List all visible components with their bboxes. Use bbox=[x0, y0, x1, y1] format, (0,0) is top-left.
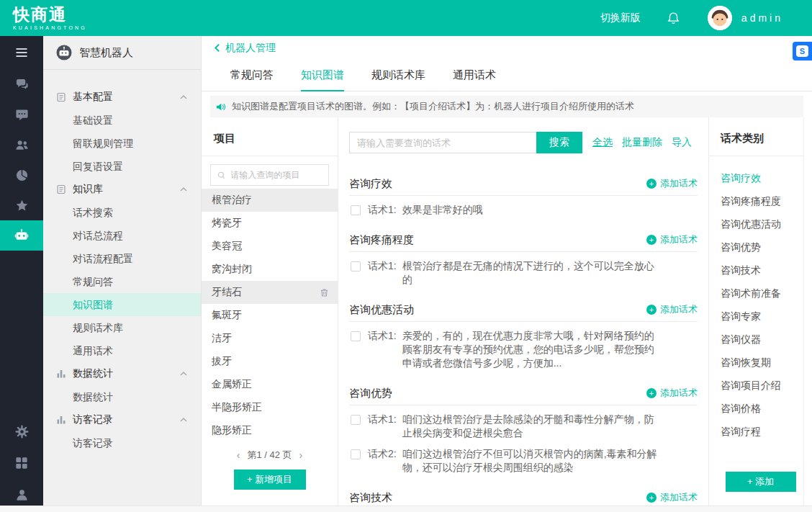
rail-favorites-button[interactable] bbox=[0, 190, 43, 220]
rail-conversations-button[interactable] bbox=[0, 69, 43, 99]
category-item[interactable]: 咨询专家 bbox=[709, 305, 812, 328]
category-item[interactable]: 咨询项目介绍 bbox=[709, 374, 812, 397]
import-link[interactable]: 导入 bbox=[672, 136, 692, 149]
add-script-link[interactable]: + 添加话术 bbox=[646, 303, 698, 316]
sidebar-item[interactable]: 访客记录 bbox=[43, 431, 201, 454]
trash-icon[interactable] bbox=[320, 288, 329, 297]
switch-version-link[interactable]: 切换新版 bbox=[600, 12, 641, 24]
project-item[interactable]: 根管治疗 bbox=[202, 189, 338, 212]
category-item[interactable]: 咨询术前准备 bbox=[709, 282, 812, 305]
breadcrumb[interactable]: 机器人管理 bbox=[202, 36, 812, 60]
script-checkbox[interactable] bbox=[351, 449, 361, 459]
sidebar-item[interactable]: 通用话术 bbox=[43, 339, 201, 362]
script-checkbox[interactable] bbox=[351, 205, 361, 215]
tab[interactable]: 规则话术库 bbox=[371, 60, 425, 91]
category-item[interactable]: 咨询优惠活动 bbox=[709, 212, 812, 235]
category-item[interactable]: 咨询疼痛程度 bbox=[709, 189, 812, 212]
tab[interactable]: 常规问答 bbox=[230, 60, 274, 91]
project-item[interactable]: 金属矫正 bbox=[202, 373, 338, 396]
add-script-label: 添加话术 bbox=[660, 491, 698, 504]
settings-icon bbox=[15, 425, 29, 439]
script-section: 咨询疼痛程度 + 添加话术 话术1: 根管治疗都是在无痛的情况下进行的，这个可以… bbox=[349, 233, 698, 287]
horizontal-scrollbar[interactable] bbox=[0, 506, 812, 512]
project-search-input[interactable] bbox=[230, 170, 322, 180]
page-next-icon[interactable]: › bbox=[299, 449, 303, 461]
sidebar-item[interactable]: 知识图谱 bbox=[43, 293, 201, 316]
category-item[interactable]: 咨询仪器 bbox=[709, 328, 812, 351]
batch-delete-link[interactable]: 批量删除 bbox=[622, 136, 662, 149]
script-checkbox[interactable] bbox=[351, 415, 361, 425]
content: 项目 根管治疗 烤瓷牙 美容冠 窝沟封闭 牙结石 氟斑牙 洁牙 拔牙 bbox=[202, 117, 812, 512]
sidebar-item[interactable]: 对话总流程 bbox=[43, 224, 201, 247]
avatar[interactable] bbox=[708, 6, 732, 30]
tab[interactable]: 通用话术 bbox=[453, 60, 496, 91]
project-item[interactable]: 洁牙 bbox=[202, 327, 338, 350]
project-item[interactable]: 牙结石 bbox=[202, 281, 338, 304]
project-item[interactable]: 拔牙 bbox=[202, 350, 338, 373]
project-item[interactable]: 半隐形矫正 bbox=[202, 396, 338, 419]
script-checkbox[interactable] bbox=[351, 331, 361, 341]
add-script-link[interactable]: + 添加话术 bbox=[646, 177, 698, 190]
bell-icon[interactable] bbox=[667, 12, 680, 25]
sidebar-group-label: 访客记录 bbox=[73, 413, 113, 426]
category-item[interactable]: 咨询价格 bbox=[709, 397, 812, 420]
sidebar-item[interactable]: 留联规则管理 bbox=[43, 132, 201, 155]
statistics-icon bbox=[15, 169, 29, 182]
add-script-link[interactable]: + 添加话术 bbox=[646, 233, 698, 246]
sidebar-group-header[interactable]: 基本配置 bbox=[43, 86, 201, 109]
project-item[interactable]: 烤瓷牙 bbox=[202, 212, 338, 235]
page-prev-icon[interactable]: ‹ bbox=[237, 449, 240, 461]
sidebar-item[interactable]: 回复语设置 bbox=[43, 155, 201, 178]
tab[interactable]: 知识图谱 bbox=[301, 60, 344, 91]
category-item[interactable]: 咨询疗程 bbox=[709, 420, 812, 443]
sidebar-group-label: 基本配置 bbox=[73, 91, 113, 104]
script-row: 话术1: 根管治疗都是在无痛的情况下进行的，这个可以完全放心的 bbox=[349, 259, 698, 287]
chevron-up-icon bbox=[179, 187, 188, 192]
script-checkbox[interactable] bbox=[351, 261, 361, 271]
add-project-button[interactable]: + 新增项目 bbox=[234, 470, 306, 490]
category-item[interactable]: 咨询优势 bbox=[709, 235, 812, 259]
kst-logo-icon: S bbox=[796, 45, 808, 57]
script-row-label: 话术2: bbox=[368, 447, 397, 461]
script-search-input[interactable] bbox=[349, 132, 536, 153]
project-item[interactable]: 窝沟封闭 bbox=[202, 258, 338, 281]
sidebar-item[interactable]: 话术搜索 bbox=[43, 201, 201, 224]
rail-menu-button[interactable] bbox=[0, 36, 43, 69]
script-section: 咨询优势 + 添加话术 话术1: 咱们这边根管治疗是去除感染的牙髓和毒性分解产物… bbox=[349, 386, 698, 475]
add-script-link[interactable]: + 添加话术 bbox=[646, 491, 698, 504]
sidebar-group-label: 知识库 bbox=[73, 183, 103, 196]
rail-message-button[interactable] bbox=[0, 99, 43, 130]
project-item[interactable]: 隐形矫正 bbox=[202, 419, 338, 442]
breadcrumb-label[interactable]: 机器人管理 bbox=[225, 42, 276, 55]
project-item[interactable]: 氟斑牙 bbox=[202, 304, 338, 327]
project-label: 洁牙 bbox=[212, 332, 232, 345]
select-all-link[interactable]: 全选 bbox=[592, 136, 613, 149]
rail-robot-button[interactable] bbox=[0, 220, 43, 251]
rail-contacts-button[interactable] bbox=[0, 130, 43, 160]
category-item[interactable]: 咨询技术 bbox=[709, 259, 812, 282]
sidebar-item[interactable]: 规则话术库 bbox=[43, 316, 201, 339]
sidebar-group-header[interactable]: 访客记录 bbox=[43, 408, 201, 431]
category-item[interactable]: 咨询恢复期 bbox=[709, 351, 812, 374]
sidebar-item[interactable]: 数据统计 bbox=[43, 385, 201, 408]
floating-service-widget[interactable]: S bbox=[793, 42, 812, 60]
rail-settings-button[interactable] bbox=[0, 416, 43, 447]
add-script-label: 添加话术 bbox=[660, 387, 698, 400]
script-row: 话术2: 咱们这边根管治疗不但可以消灭根管内的病菌,毒素和分解物，还可以治疗牙根… bbox=[349, 447, 698, 475]
project-item[interactable]: 美容冠 bbox=[202, 235, 338, 258]
search-button[interactable]: 搜索 bbox=[536, 132, 582, 153]
sidebar-item[interactable]: 常规问答 bbox=[43, 270, 201, 293]
vertical-scrollbar[interactable] bbox=[803, 117, 812, 506]
sidebar-group-items: 数据统计 bbox=[43, 385, 201, 408]
rail-apps-button[interactable] bbox=[0, 447, 43, 479]
sidebar-group-header[interactable]: 知识库 bbox=[43, 178, 201, 201]
script-row-label: 话术1: bbox=[368, 203, 397, 217]
rail-statistics-button[interactable] bbox=[0, 160, 43, 190]
add-category-button[interactable]: + 添加 bbox=[726, 472, 796, 492]
project-search-box bbox=[210, 164, 329, 186]
add-script-link[interactable]: + 添加话术 bbox=[646, 387, 698, 400]
sidebar-item[interactable]: 对话流程配置 bbox=[43, 247, 201, 270]
category-item[interactable]: 咨询疗效 bbox=[709, 166, 812, 189]
sidebar-item[interactable]: 基础设置 bbox=[43, 109, 201, 132]
sidebar-group-header[interactable]: 数据统计 bbox=[43, 362, 201, 385]
